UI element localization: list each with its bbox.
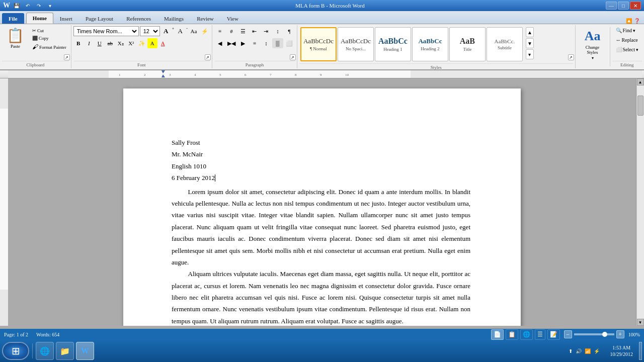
- cut-button[interactable]: ✂ Cut: [30, 27, 69, 34]
- doc-scroll-area: Sally Frost Mr. McNair English 1010 6 Fe…: [8, 78, 644, 326]
- align-right-button[interactable]: ▶: [237, 38, 249, 48]
- highlight-button[interactable]: A: [147, 38, 157, 48]
- clipboard-small-buttons: ✂ Cut ⬛ Copy 🖌 Format Painter: [30, 26, 69, 52]
- numbering-button[interactable]: #: [226, 26, 237, 36]
- tab-insert[interactable]: Insert: [53, 13, 79, 24]
- quick-undo[interactable]: ↶: [23, 1, 32, 10]
- style-no-spacing[interactable]: AaBbCcDc No Spaci...: [338, 27, 374, 61]
- font-name-select[interactable]: Times New Rom...: [73, 26, 139, 36]
- shading-button[interactable]: ▒: [272, 38, 283, 48]
- font-color-button[interactable]: A: [158, 38, 168, 48]
- scroll-up-button[interactable]: ▲: [637, 78, 644, 85]
- line-spacing-button[interactable]: ↕: [261, 38, 272, 48]
- time-display: 1:53 AM: [610, 344, 633, 351]
- italic-button[interactable]: I: [84, 38, 94, 48]
- change-case-button[interactable]: Aa: [189, 26, 199, 36]
- collapse-ribbon-icon[interactable]: 🔼: [626, 18, 632, 24]
- shrink-font-button[interactable]: A: [175, 26, 185, 36]
- clock[interactable]: 1:53 AM 10/29/2012: [606, 344, 637, 357]
- style-down-button[interactable]: ▼: [526, 38, 534, 48]
- select-button[interactable]: ⬜ Select ▾: [612, 45, 642, 54]
- web-view-button[interactable]: 🌐: [520, 329, 533, 340]
- print-view-button[interactable]: 📄: [491, 329, 504, 340]
- clear-formatting-button[interactable]: ⚡: [200, 26, 210, 36]
- paragraph-expand[interactable]: ↗: [290, 54, 296, 60]
- tab-mailings[interactable]: Mailings: [157, 13, 190, 24]
- zoom-slider[interactable]: [574, 333, 614, 335]
- zoom-in-button[interactable]: +: [616, 330, 624, 338]
- decrease-indent-button[interactable]: ⇤: [249, 26, 260, 36]
- select-icon: ⬜: [616, 47, 622, 52]
- quick-save[interactable]: 💾: [12, 1, 21, 10]
- grow-font-button[interactable]: A: [161, 26, 171, 36]
- sort-button[interactable]: ↕: [272, 26, 283, 36]
- paste-button[interactable]: 📋 Paste: [2, 26, 29, 51]
- author-name: Sally Frost: [172, 137, 470, 148]
- page-indicator: Page: 1 of 2: [4, 332, 28, 337]
- taskbar-ie[interactable]: 🌐: [36, 342, 54, 360]
- style-subtitle[interactable]: AaBbCc. Subtitle: [487, 27, 523, 61]
- clipboard-expand[interactable]: ↗: [64, 54, 70, 60]
- show-formatting-button[interactable]: ¶: [284, 26, 295, 36]
- taskbar-word[interactable]: W: [76, 342, 94, 360]
- borders-button[interactable]: ⬜: [284, 38, 295, 48]
- scroll-track[interactable]: [637, 85, 644, 319]
- justify-button[interactable]: ≡: [249, 38, 260, 48]
- style-heading2[interactable]: AaBbCc Heading 2: [412, 27, 448, 61]
- vertical-scrollbar: ▲ ▼: [636, 78, 644, 326]
- scroll-down-button[interactable]: ▼: [637, 319, 644, 326]
- zoom-thumb[interactable]: [602, 332, 607, 337]
- show-desktop-button[interactable]: [639, 342, 642, 360]
- tab-references[interactable]: References: [120, 13, 157, 24]
- underline-button[interactable]: U: [95, 38, 105, 48]
- replace-button[interactable]: ↔ Replace: [612, 36, 641, 44]
- styles-expand[interactable]: ↗: [568, 54, 574, 60]
- strikethrough-button[interactable]: ab: [105, 38, 115, 48]
- tab-page-layout[interactable]: Page Layout: [79, 13, 120, 24]
- minimize-button[interactable]: —: [606, 2, 617, 10]
- subscript-button[interactable]: X₂: [116, 38, 126, 48]
- start-button[interactable]: ⊞: [2, 342, 29, 360]
- fullscreen-view-button[interactable]: 📋: [506, 329, 518, 340]
- bullets-button[interactable]: ≡: [214, 26, 225, 36]
- font-formatting: B I U ab X₂ X² ✨ A A: [73, 38, 168, 48]
- align-center-button[interactable]: ▶◀: [226, 38, 237, 48]
- outline-view-button[interactable]: ☰: [535, 329, 545, 340]
- font-size-select[interactable]: 12: [140, 26, 160, 36]
- taskbar-explorer[interactable]: 📁: [56, 342, 74, 360]
- text-effects-button[interactable]: ✨: [137, 38, 147, 48]
- multilevel-button[interactable]: ☰: [237, 26, 249, 36]
- tab-review[interactable]: Review: [190, 13, 220, 24]
- align-left-button[interactable]: ◀: [214, 38, 225, 48]
- font-expand[interactable]: ↗: [205, 54, 211, 60]
- quick-customize[interactable]: ▾: [45, 1, 54, 10]
- draft-view-button[interactable]: 📝: [547, 329, 560, 340]
- increase-indent-button[interactable]: ⇥: [261, 26, 272, 36]
- style-more-button[interactable]: ▾: [526, 49, 534, 59]
- paragraph-1: Lorem ipsum dolor sit amet, consectetur …: [172, 186, 470, 268]
- style-heading1[interactable]: AaBbCc Heading 1: [375, 27, 411, 61]
- format-painter-button[interactable]: 🖌 Format Painter: [30, 42, 69, 52]
- find-button[interactable]: 🔍 Find ▾: [612, 26, 639, 35]
- change-styles-button[interactable]: Aa ChangeStyles ▾: [578, 26, 608, 63]
- change-styles-label: ChangeStyles: [586, 45, 600, 55]
- style-normal[interactable]: AaBbCcDc ¶ Normal: [300, 27, 337, 61]
- style-up-button[interactable]: ▲: [526, 27, 534, 37]
- window-title: MLA form B - Microsoft Word: [54, 3, 606, 9]
- change-styles-icon: Aa: [585, 29, 601, 44]
- document-page[interactable]: Sally Frost Mr. McNair English 1010 6 Fe…: [123, 88, 521, 326]
- superscript-button[interactable]: X²: [126, 38, 136, 48]
- tab-home[interactable]: Home: [26, 13, 53, 24]
- copy-button[interactable]: ⬛ Copy: [30, 35, 69, 42]
- quick-redo[interactable]: ↷: [34, 1, 43, 10]
- close-button[interactable]: ✕: [630, 2, 641, 10]
- help-icon[interactable]: ❓: [634, 18, 640, 24]
- bold-button[interactable]: B: [73, 38, 84, 48]
- styles-label: Styles: [299, 63, 573, 70]
- zoom-out-button[interactable]: −: [564, 330, 572, 338]
- tab-view[interactable]: View: [220, 13, 245, 24]
- tab-file[interactable]: File: [2, 13, 24, 24]
- scroll-thumb[interactable]: [637, 96, 643, 116]
- maximize-button[interactable]: □: [618, 2, 629, 10]
- style-title[interactable]: AaB Title: [449, 27, 486, 61]
